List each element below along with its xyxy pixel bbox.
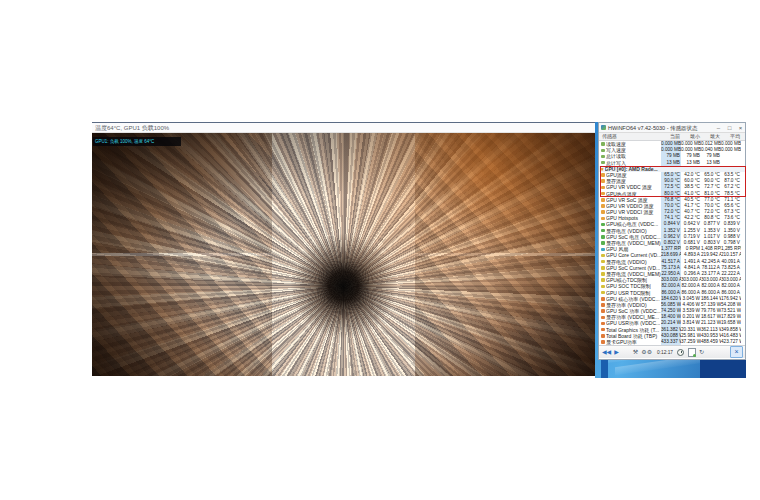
reset-icon[interactable]: ↻ bbox=[699, 347, 704, 358]
fur-vignette bbox=[92, 133, 595, 376]
hwinfo-sensors-window: HWiNFO64 v7.42-5030 - 传感器状态 – □ × 传感器 当前… bbox=[598, 122, 746, 360]
temp-sensor-icon bbox=[601, 217, 605, 221]
temp-sensor-icon bbox=[601, 192, 605, 196]
current-sensor-icon bbox=[601, 254, 605, 258]
current-sensor-icon bbox=[601, 285, 605, 289]
hwinfo-toolbar: ◀◀ ▶ ⚒ ⚙⚙ 0:12:17 ↻ × bbox=[599, 345, 745, 358]
wrench-icon[interactable]: ⚒ bbox=[633, 347, 638, 358]
sensor-table-header[interactable]: 传感器 当前 最小 最大 平均 bbox=[599, 133, 745, 141]
current-sensor-icon bbox=[601, 272, 605, 276]
column-max[interactable]: 最大 bbox=[701, 133, 721, 140]
power-sensor-icon bbox=[601, 340, 605, 344]
temp-sensor-icon bbox=[601, 210, 605, 214]
column-min[interactable]: 最小 bbox=[681, 133, 701, 140]
close-button[interactable]: × bbox=[737, 123, 744, 133]
furmark-render-area: GPU1: 负载 100%, 温度 64°C bbox=[92, 133, 595, 376]
desktop-screenshot: 温度64°C, GPU1 负载100% GPU1: 负载 100%, 温度 64… bbox=[92, 122, 746, 378]
power-sensor-icon bbox=[601, 303, 605, 307]
power-sensor-icon bbox=[601, 322, 605, 326]
hwinfo-app-icon bbox=[601, 125, 606, 130]
volt-sensor-icon bbox=[601, 241, 605, 245]
hwinfo-title-text: HWiNFO64 v7.42-5030 - 传感器状态 bbox=[608, 123, 698, 133]
furmark-titlebar[interactable]: 温度64°C, GPU1 负载100% bbox=[92, 123, 595, 133]
volt-sensor-icon bbox=[601, 235, 605, 239]
minimize-button[interactable]: – bbox=[715, 123, 722, 133]
current-sensor-icon bbox=[601, 266, 605, 270]
collapse-arrow-icon[interactable]: ▾ bbox=[601, 166, 604, 172]
clock-icon[interactable] bbox=[677, 349, 684, 356]
nav-forward-icon[interactable]: ▶ bbox=[614, 347, 619, 358]
disk-sensor-icon bbox=[601, 155, 605, 159]
temp-sensor-icon bbox=[601, 204, 605, 208]
furmark-osd-overlay: GPU1: 负载 100%, 温度 64°C bbox=[93, 137, 181, 146]
current-sensor-icon bbox=[601, 291, 605, 295]
volt-sensor-icon bbox=[601, 229, 605, 233]
column-sensor[interactable]: 传感器 bbox=[599, 133, 661, 140]
power-sensor-icon bbox=[601, 309, 605, 313]
fan-sensor-icon bbox=[601, 248, 605, 252]
disk-sensor-icon bbox=[601, 161, 605, 165]
temp-sensor-icon bbox=[601, 186, 605, 190]
uptime-timer: 0:12:17 bbox=[657, 350, 673, 355]
temp-sensor-icon bbox=[601, 179, 605, 183]
hwinfo-titlebar[interactable]: HWiNFO64 v7.42-5030 - 传感器状态 – □ × bbox=[599, 123, 745, 133]
nav-back-icon[interactable]: ◀◀ bbox=[602, 347, 611, 358]
disk-sensor-icon bbox=[601, 142, 605, 146]
power-sensor-icon bbox=[601, 334, 605, 338]
current-sensor-icon bbox=[601, 260, 605, 264]
column-avg[interactable]: 平均 bbox=[721, 133, 741, 140]
toolbar-close-x-icon[interactable]: × bbox=[730, 346, 743, 358]
sensor-table-body: 读取速度0.000 MB/s0.000 MB/s0.012 MB/s0.000 … bbox=[599, 141, 745, 346]
disk-sensor-icon bbox=[601, 149, 605, 153]
desktop-wallpaper: HWiNFO64 v7.42-5030 - 传感器状态 – □ × 传感器 当前… bbox=[595, 122, 746, 378]
temp-sensor-icon bbox=[601, 173, 605, 177]
column-current[interactable]: 当前 bbox=[661, 133, 681, 140]
temp-sensor-icon bbox=[601, 198, 605, 202]
power-sensor-icon bbox=[601, 297, 605, 301]
furmark-title-text: 温度64°C, GPU1 负载100% bbox=[95, 124, 169, 133]
volt-sensor-icon bbox=[601, 223, 605, 227]
power-sensor-icon bbox=[601, 328, 605, 332]
power-sensor-icon bbox=[601, 316, 605, 320]
maximize-button[interactable]: □ bbox=[726, 123, 733, 133]
sensor-value-avg: 0.000 MB/s bbox=[721, 147, 741, 153]
log-page-icon[interactable] bbox=[688, 348, 696, 357]
gears-icon[interactable]: ⚙⚙ bbox=[641, 347, 652, 358]
current-sensor-icon bbox=[601, 278, 605, 282]
furmark-window: 温度64°C, GPU1 负载100% GPU1: 负载 100%, 温度 64… bbox=[92, 122, 595, 375]
